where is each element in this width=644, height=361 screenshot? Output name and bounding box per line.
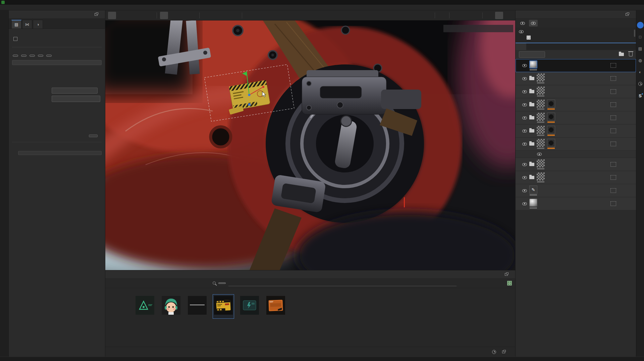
particles-icon[interactable]	[486, 12, 494, 19]
visibility-sync-icon[interactable]	[518, 20, 527, 27]
float-assets-icon[interactable]	[505, 273, 508, 276]
channel-filter-dropdown[interactable]	[519, 51, 545, 58]
layer-color-tag[interactable]	[516, 72, 520, 85]
visibility-solo-icon[interactable]	[529, 20, 538, 27]
viewport-display-dropdown[interactable]	[443, 25, 513, 32]
layer-thumbnail[interactable]	[529, 199, 537, 207]
uv-selection-icon[interactable]	[610, 142, 616, 146]
texture-set-visibility-icon[interactable]	[519, 30, 524, 33]
scale-tool-icon[interactable]	[179, 12, 187, 19]
uv-projection-tool-icon[interactable]	[127, 12, 135, 19]
layer-mask-thumbnail[interactable]	[547, 113, 555, 121]
uv-projection-options-icon[interactable]	[136, 12, 144, 19]
material-mode-box[interactable]	[12, 60, 102, 65]
search-filter-chip[interactable]	[218, 282, 226, 284]
geometry-mask-icon[interactable]	[203, 12, 211, 19]
layer-mask-thumbnail[interactable]	[547, 100, 555, 108]
section-technical-parameters[interactable]	[9, 126, 105, 131]
visibility-eye-icon[interactable]	[522, 116, 527, 119]
layer-color-tag[interactable]	[516, 151, 520, 158]
uv-selection-icon[interactable]	[610, 115, 616, 120]
section-parameters[interactable]	[9, 82, 105, 87]
uv-selection-icon[interactable]	[610, 102, 616, 107]
asset-history-icon[interactable]	[492, 350, 496, 354]
visibility-eye-icon[interactable]	[522, 130, 527, 133]
cube-view-icon[interactable]	[462, 12, 470, 19]
visibility-eye-icon[interactable]	[522, 202, 527, 205]
move-tool-icon[interactable]	[160, 12, 168, 19]
layer-color-tag[interactable]	[516, 85, 520, 98]
visibility-eye-icon[interactable]	[522, 64, 527, 67]
camera-capture-icon[interactable]	[504, 12, 513, 19]
section-attributes[interactable]	[9, 68, 105, 72]
restore-defaults-button[interactable]	[89, 135, 98, 137]
delete-layer-icon[interactable]	[629, 52, 633, 56]
texture-set-row-cables[interactable]	[516, 29, 636, 35]
visibility-eye-icon[interactable]	[522, 90, 527, 93]
layer-row-plastic[interactable]	[516, 138, 636, 151]
texture-set-list-icon[interactable]: ▤	[637, 45, 644, 52]
layer-color-tag[interactable]	[516, 171, 520, 184]
uv-selection-icon[interactable]	[610, 175, 616, 180]
ratio-lock-icon[interactable]	[231, 12, 239, 19]
layer-color-tag[interactable]	[516, 124, 520, 137]
import-projection-icon[interactable]	[188, 12, 196, 19]
layer-row-custom-sticker[interactable]	[516, 59, 636, 72]
asset-item[interactable]	[134, 294, 156, 319]
channel-chip-metal[interactable]	[38, 55, 43, 57]
display-settings-icon[interactable]: □	[637, 34, 644, 40]
section-channels-mapping[interactable]	[9, 72, 105, 77]
section-material-sub[interactable]	[9, 112, 105, 117]
add-folder-icon[interactable]	[619, 53, 624, 56]
uv-selection-icon[interactable]	[610, 162, 616, 167]
channel-chip-height[interactable]	[21, 55, 26, 57]
lazy-mouse-icon[interactable]	[146, 12, 154, 19]
layer-color-tag[interactable]	[516, 59, 520, 72]
channel-chip-rough[interactable]	[30, 55, 35, 57]
section-resolution[interactable]	[9, 77, 105, 82]
layer-thumbnail[interactable]	[537, 139, 545, 147]
history-icon[interactable]	[637, 81, 644, 87]
expand-assets-icon[interactable]	[502, 351, 505, 353]
layer-thumbnail[interactable]	[537, 73, 545, 82]
layer-color-tag[interactable]	[516, 158, 520, 171]
layer-mask-thumbnail[interactable]	[547, 139, 555, 147]
layer-row-metal[interactable]	[516, 171, 636, 184]
asset-item[interactable]	[239, 294, 260, 319]
layer-row-model-detail[interactable]	[516, 85, 636, 98]
perspective-view-icon[interactable]	[452, 12, 461, 19]
scrollbar[interactable]	[634, 30, 635, 37]
path-tool-icon[interactable]	[108, 12, 116, 19]
shader-settings-icon[interactable]: ◍	[637, 57, 644, 64]
layer-thumbnail[interactable]: ✎	[529, 186, 537, 194]
layer-row-paint-group[interactable]	[516, 158, 636, 171]
symmetry-settings-icon[interactable]	[264, 12, 272, 19]
viewport-3d-render[interactable]	[105, 20, 515, 270]
float-texture-set-icon[interactable]	[626, 13, 629, 16]
channel-chip-nrm[interactable]	[46, 55, 52, 57]
asset-item[interactable]	[160, 294, 182, 319]
visibility-eye-icon[interactable]	[522, 189, 527, 192]
tab-layers[interactable]	[516, 43, 526, 50]
float-panel-icon[interactable]	[95, 13, 98, 16]
visibility-eye-icon[interactable]	[522, 143, 527, 146]
mirror-toggle-icon[interactable]	[212, 12, 220, 19]
mirror-tab[interactable]: ⋈	[22, 20, 32, 29]
layer-row-normal-stamps[interactable]: ✎	[516, 184, 636, 197]
uv-selection-icon[interactable]	[610, 128, 616, 133]
visibility-eye-icon[interactable]	[522, 103, 527, 106]
grid-view-icon[interactable]	[507, 281, 512, 286]
layer-row-decals[interactable]	[516, 72, 636, 85]
stencil-off-icon[interactable]	[424, 12, 432, 19]
layer-thumbnail[interactable]	[537, 159, 545, 167]
substance-share-icon[interactable]: S	[637, 92, 644, 99]
tangent-wrap-icon[interactable]	[245, 12, 253, 19]
section-channels[interactable]	[9, 122, 105, 126]
layer-row-fabric[interactable]	[516, 111, 636, 124]
material-sphere-tab[interactable]: ◑	[33, 20, 43, 29]
layer-thumbnail[interactable]	[537, 113, 545, 121]
uv-selection-icon[interactable]	[610, 188, 616, 193]
layer-row-leather[interactable]	[516, 124, 636, 138]
layer-color-tag[interactable]	[516, 184, 520, 197]
asset-item[interactable]	[186, 294, 208, 319]
